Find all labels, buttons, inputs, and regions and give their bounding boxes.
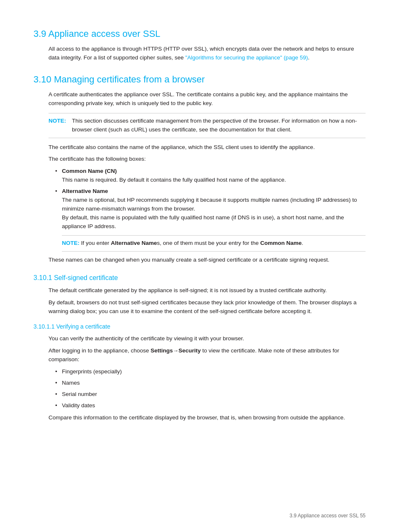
- note-text-1: This section discusses certificate manag…: [72, 117, 366, 134]
- certificate-boxes-list: Common Name (CN) This name is required. …: [57, 167, 366, 251]
- section-310-body2: The certificate also contains the name o…: [49, 143, 366, 152]
- bullet-names: Names: [57, 379, 366, 388]
- section-310-body3: The certificate has the following boxes:: [49, 155, 366, 164]
- note-block-2: NOTE: If you enter Alternative Names, on…: [62, 235, 366, 252]
- algorithms-link[interactable]: "Algorithms for securing the appliance" …: [185, 54, 308, 61]
- bullet-fingerprints: Fingerprints (especially): [57, 368, 366, 376]
- bullet-serial: Serial number: [57, 390, 366, 399]
- section-39-title: 3.9 Appliance access over SSL: [33, 27, 366, 41]
- bullet-validity: Validity dates: [57, 401, 366, 410]
- note-block-1: NOTE: This section discusses certificate…: [49, 113, 366, 138]
- bullet-alternative-name: Alternative Name The name is optional, b…: [57, 187, 366, 252]
- section-310-body1: A certificate authenticates the applianc…: [49, 90, 366, 108]
- section-310-body4: These names can be changed when you manu…: [49, 256, 366, 265]
- section-31011-body1: You can verify the authenticity of the c…: [49, 334, 366, 343]
- section-31011-body3: Compare this information to the certific…: [49, 414, 366, 422]
- section-31011-title: 3.10.1.1 Verifying a certificate: [33, 322, 366, 331]
- section-310-title: 3.10 Managing certificates from a browse…: [33, 72, 366, 86]
- note-label-2: NOTE:: [62, 240, 79, 246]
- section-3101-body2: By default, browsers do not trust self-s…: [49, 298, 366, 316]
- note-text-2: If you enter Alternative Names, one of t…: [81, 240, 303, 246]
- note-label-1: NOTE:: [49, 117, 69, 125]
- page: 3.9 Appliance access over SSL All access…: [0, 0, 399, 532]
- section-39-body: All access to the appliance is through H…: [49, 45, 366, 62]
- page-footer: 3.9 Appliance access over SSL 55: [289, 512, 366, 519]
- section-3101-body1: The default certificate generated by the…: [49, 286, 366, 295]
- attributes-list: Fingerprints (especially) Names Serial n…: [57, 368, 366, 410]
- section-3101-title: 3.10.1 Self-signed certificate: [33, 273, 366, 283]
- section-31011-body2: After logging in to the appliance, choos…: [49, 347, 366, 364]
- bullet-common-name: Common Name (CN) This name is required. …: [57, 167, 366, 185]
